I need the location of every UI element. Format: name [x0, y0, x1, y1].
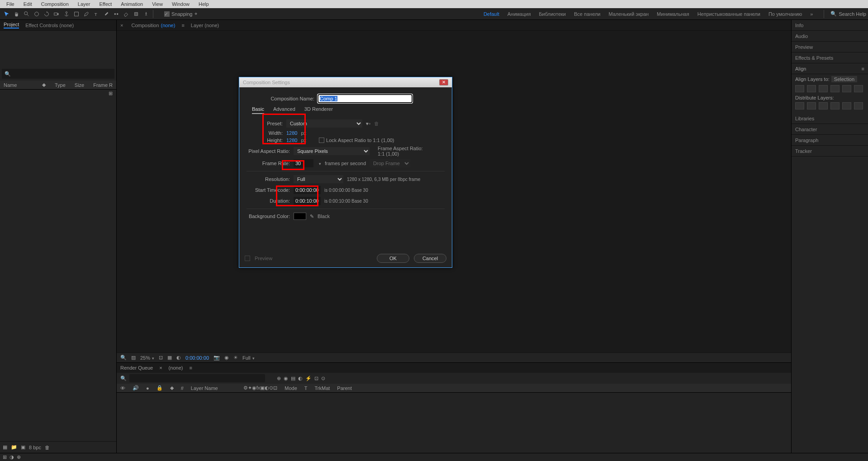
align-bottom-button[interactable]	[854, 85, 863, 92]
align-left-button[interactable]	[795, 85, 804, 92]
panel-paragraph[interactable]: Paragraph	[792, 135, 868, 146]
snapping-toggle[interactable]: ✓ Snapping ⌖	[164, 11, 197, 17]
menu-file[interactable]: File	[2, 1, 19, 7]
menu-layer[interactable]: Layer	[73, 1, 95, 7]
col-size[interactable]: Size	[75, 82, 84, 88]
distribute-button[interactable]	[795, 102, 804, 109]
fps-input[interactable]	[294, 159, 313, 167]
tab-close-icon[interactable]: ×	[120, 23, 123, 28]
status-icon[interactable]: ⊕	[17, 454, 21, 460]
col-lock-icon[interactable]: 🔒	[157, 385, 163, 391]
brush-tool-icon[interactable]	[102, 10, 110, 18]
comp-name-input[interactable]	[318, 95, 412, 103]
menu-edit[interactable]: Edit	[19, 1, 37, 7]
col-number[interactable]: #	[181, 385, 184, 391]
start-timecode-input[interactable]	[294, 186, 321, 194]
distribute-button[interactable]	[830, 102, 840, 109]
grid-icon[interactable]: ▦	[167, 355, 172, 361]
dialog-close-button[interactable]: ✕	[439, 79, 448, 86]
tl-icon[interactable]: ⚡	[305, 375, 312, 381]
eyedropper-icon[interactable]: ✎	[310, 214, 314, 219]
distribute-button[interactable]	[854, 102, 863, 109]
panel-character[interactable]: Character	[792, 124, 868, 135]
distribute-button[interactable]	[842, 102, 851, 109]
tl-icon[interactable]: ⊙	[321, 375, 325, 381]
panel-menu-icon[interactable]: ≡	[862, 66, 864, 71]
project-search[interactable]: 🔍	[2, 69, 114, 79]
snapshot-icon[interactable]: 📷	[213, 355, 220, 361]
tl-icon[interactable]: ▤	[291, 375, 295, 381]
folder-icon[interactable]: 📁	[11, 444, 17, 450]
status-icon[interactable]: ◑	[9, 454, 14, 460]
workspace-libraries[interactable]: Библиотеки	[539, 11, 566, 17]
align-vcenter-button[interactable]	[842, 85, 851, 92]
eraser-tool-icon[interactable]	[122, 10, 130, 18]
tl-icon[interactable]: ◐	[298, 375, 303, 381]
panel-info[interactable]: Info	[792, 20, 868, 31]
lock-aspect-checkbox[interactable]	[319, 138, 324, 143]
status-icon[interactable]: ⊞	[3, 454, 7, 460]
workspace-default-ru[interactable]: По умолчанию	[768, 11, 802, 17]
roto-tool-icon[interactable]	[132, 10, 140, 18]
workspace-undocked[interactable]: Непристыкованные панели	[697, 11, 760, 17]
tab-layer[interactable]: Layer (none)	[191, 23, 219, 28]
magnify-icon[interactable]: 🔍	[120, 355, 127, 361]
align-top-button[interactable]	[830, 85, 840, 92]
tab-advanced[interactable]: Advanced	[273, 106, 295, 114]
fps-dropdown-icon[interactable]	[317, 161, 321, 166]
tab-menu-icon[interactable]: ≡	[181, 23, 184, 28]
panel-libraries[interactable]: Libraries	[792, 113, 868, 124]
selection-tool-icon[interactable]	[3, 10, 11, 18]
camera-tool-icon[interactable]	[52, 10, 61, 18]
anchor-tool-icon[interactable]	[62, 10, 71, 18]
delete-preset-icon[interactable]: 🗑	[374, 121, 379, 126]
menu-effect[interactable]: Effect	[95, 1, 116, 7]
col-tag-icon[interactable]: ◆	[42, 82, 46, 88]
flowchart-icon[interactable]: ⊞	[109, 90, 113, 96]
tl-icon[interactable]: ⊡	[314, 375, 318, 381]
timeline-ruler[interactable]	[370, 384, 791, 393]
search-help[interactable]: 🔍 Search Help	[830, 11, 866, 17]
workspace-overflow-icon[interactable]: »	[810, 11, 813, 17]
hand-tool-icon[interactable]	[13, 10, 21, 18]
workspace-small-screen[interactable]: Маленький экран	[608, 11, 649, 17]
workspace-default[interactable]: Default	[484, 11, 499, 17]
text-tool-icon[interactable]: T	[92, 10, 100, 18]
clone-tool-icon[interactable]	[112, 10, 120, 18]
resolution-dropdown[interactable]: Full	[294, 175, 343, 183]
tab-composition-prefix[interactable]: Composition	[131, 23, 159, 28]
height-value[interactable]: 1280	[286, 138, 297, 143]
puppet-tool-icon[interactable]	[142, 10, 150, 18]
resolution-dropdown[interactable]: Full	[242, 355, 255, 361]
col-switches-icon[interactable]: ⚙✦◉fx▣◐⊙⊡	[243, 385, 278, 391]
col-parent[interactable]: Parent	[337, 385, 351, 391]
save-preset-icon[interactable]: ▾▫	[366, 121, 370, 127]
workspace-all-panels[interactable]: Все панели	[574, 11, 600, 17]
orbit-tool-icon[interactable]	[33, 10, 41, 18]
res-icon[interactable]: ⊡	[159, 355, 163, 361]
distribute-button[interactable]	[819, 102, 828, 109]
current-time[interactable]: 0:00:00:00	[185, 355, 209, 361]
col-mode[interactable]: Mode	[285, 385, 297, 391]
col-framerate[interactable]: Frame R	[93, 82, 113, 88]
panel-align[interactable]: Align≡	[792, 63, 868, 74]
panel-effects-presets[interactable]: Effects & Presets	[792, 52, 868, 63]
tab-3d-renderer[interactable]: 3D Renderer	[304, 106, 333, 114]
col-layer-name[interactable]: Layer Name	[191, 385, 218, 391]
menu-window[interactable]: Window	[167, 1, 194, 7]
tl-icon[interactable]: ◉	[284, 375, 288, 381]
cancel-button[interactable]: Cancel	[414, 254, 446, 263]
preset-dropdown[interactable]: Custom	[286, 119, 362, 128]
tab-effect-controls[interactable]: Effect Controls (none)	[25, 23, 74, 28]
workspace-animation[interactable]: Анимация	[508, 11, 531, 17]
col-audio-icon[interactable]: 🔊	[133, 385, 139, 391]
panel-tracker[interactable]: Tracker	[792, 146, 868, 157]
tab-render-queue[interactable]: Render Queue	[120, 365, 153, 371]
panel-preview[interactable]: Preview	[792, 42, 868, 52]
col-eye-icon[interactable]: 👁	[120, 385, 125, 391]
col-label-icon[interactable]: ◆	[170, 385, 174, 391]
timeline-search[interactable]	[129, 374, 265, 382]
rotate-tool-icon[interactable]	[43, 10, 51, 18]
col-t[interactable]: T	[304, 385, 308, 391]
col-solo-icon[interactable]: ●	[146, 385, 149, 391]
